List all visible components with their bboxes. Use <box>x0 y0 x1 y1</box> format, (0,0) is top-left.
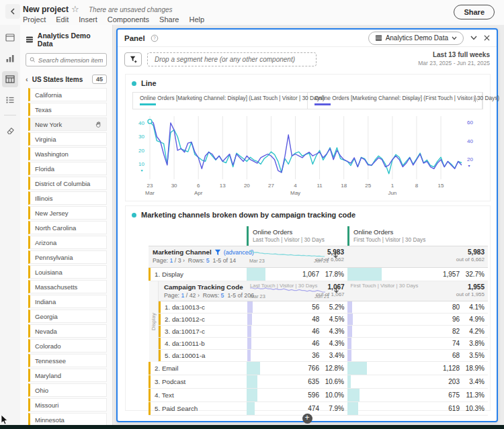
dimension-item-ohio[interactable]: Ohio <box>28 383 107 397</box>
row-label[interactable]: 2. Email <box>149 362 247 375</box>
dimension-item-louisiana[interactable]: Louisiana <box>28 265 107 279</box>
filter-funnel-icon[interactable] <box>214 249 221 256</box>
menu-share[interactable]: Share <box>159 15 179 23</box>
table-row-da-10012-c[interactable]: 2. da:10012-c484.5%964.9% <box>159 314 488 326</box>
dimension-search[interactable] <box>26 53 107 66</box>
components-icon[interactable] <box>2 92 18 108</box>
metric-cell[interactable]: 2033.4% <box>347 375 488 388</box>
menu-components[interactable]: Components <box>108 15 149 23</box>
dimension-item-massachusetts[interactable]: Massachusetts <box>28 280 107 293</box>
tables-icon[interactable] <box>2 71 18 87</box>
back-button[interactable] <box>5 4 20 19</box>
segment-filter-button[interactable] <box>124 52 142 66</box>
date-range-picker[interactable]: Last 13 full weeks Mar 23, 2025 - Jun 21… <box>418 51 490 66</box>
segment-drop-zone[interactable]: Drop a segment here (or any other compon… <box>147 52 317 66</box>
dimension-item-virginia[interactable]: Virginia <box>28 132 107 146</box>
nested-dimension-name[interactable]: Campaign Tracking Code <box>164 283 243 291</box>
panels-icon[interactable] <box>2 30 18 46</box>
table-row-podcast[interactable]: 3. Podcast63510.6%2033.4% <box>149 375 488 389</box>
metric-cell[interactable]: 1,95732.7% <box>347 268 488 281</box>
table-row-da-10001-a[interactable]: 5. da:10001-a363.4%683.5% <box>159 350 488 362</box>
metric-cell[interactable]: 464.3% <box>247 338 348 349</box>
table-row-email[interactable]: 2. Email76612.8%1,12818.9% <box>149 362 488 375</box>
metric-cell[interactable]: 743.8% <box>347 338 488 349</box>
dimension-item-district-of-columbia[interactable]: District of Columbia <box>28 177 107 190</box>
metric-cell[interactable]: 464.3% <box>247 326 348 337</box>
dimension-item-tennessee[interactable]: Tennessee <box>28 354 107 367</box>
svg-text:▾: ▾ <box>468 164 470 168</box>
menu-project[interactable]: Project <box>23 15 46 23</box>
legend-item-last-touch[interactable]: Online Orders [Marketing Channel: Displa… <box>133 93 308 109</box>
row-label[interactable]: 4. Text <box>149 389 247 401</box>
dimension-item-minnesota[interactable]: Minnesota <box>28 413 107 426</box>
row-label[interactable]: 5. da:10001-a <box>159 350 247 361</box>
legend-item-first-touch[interactable]: Online Orders [Marketing Channel: Displa… <box>308 93 482 109</box>
metric-cell[interactable]: 63510.6% <box>247 375 347 388</box>
dimension-item-texas[interactable]: Texas <box>28 103 107 116</box>
dimension-item-pennsylvania[interactable]: Pennsylvania <box>28 250 107 264</box>
dimension-item-colorado[interactable]: Colorado <box>28 339 107 352</box>
line-chart[interactable]: 23Mar306Apr1320274May1118251Jun815102030… <box>132 112 485 198</box>
dimension-item-label: Nevada <box>35 328 57 335</box>
dimension-item-missouri[interactable]: Missouri <box>28 398 107 412</box>
table-row-da-10013-c[interactable]: 1. da:10013-c565.2%804.1% <box>159 301 488 314</box>
dimension-item-nevada[interactable]: Nevada <box>28 324 107 338</box>
value-bar <box>347 389 360 401</box>
dataset-header[interactable]: Analytics Demo Data <box>20 25 112 53</box>
dimension-item-florida[interactable]: Florida <box>28 162 107 175</box>
dimension-item-arizona[interactable]: Arizona <box>28 236 107 249</box>
dimension-item-indiana[interactable]: Indiana <box>28 295 107 308</box>
dimension-item-new-york[interactable]: New York <box>28 117 107 131</box>
dimension-item-california[interactable]: California <box>28 88 107 101</box>
dimension-item-washington[interactable]: Washington <box>28 147 107 160</box>
row-label[interactable]: 3. Podcast <box>149 375 247 388</box>
metric-cell[interactable]: 67511.3% <box>347 389 488 401</box>
metric-cell[interactable]: 824.2% <box>347 326 488 337</box>
table-row-da-10017-c[interactable]: 3. da:10017-c464.3%824.2% <box>159 326 488 338</box>
share-button[interactable]: Share <box>454 5 495 19</box>
metric-column-header[interactable]: Online OrdersFirst Touch | Visitor | 30 … <box>347 226 488 246</box>
panel-dataset-dropdown[interactable]: Analytics Demo Data <box>368 32 464 45</box>
gear-icon[interactable] <box>472 95 479 103</box>
row-label[interactable]: 1. da:10013-c <box>159 301 247 313</box>
table-row-text[interactable]: 4. Text59610.0%67511.3% <box>149 389 488 402</box>
visualizations-icon[interactable] <box>2 50 18 66</box>
metric-cell[interactable]: 565.2% <box>247 301 348 313</box>
svg-text:8: 8 <box>415 183 419 189</box>
metric-cell[interactable]: 804.1% <box>347 301 488 313</box>
metric-cell[interactable]: 964.9% <box>347 314 488 325</box>
dimension-item-north-carolina[interactable]: North Carolina <box>28 221 107 234</box>
metric-cell[interactable]: 76612.8% <box>247 362 347 375</box>
dimension-item-maryland[interactable]: Maryland <box>28 369 107 382</box>
dimension-item-illinois[interactable]: Illinois <box>28 191 107 205</box>
row-label[interactable]: 1. Display <box>149 268 247 281</box>
table-row-display[interactable]: 1. Display1,06717.8%1,95732.7% <box>149 268 488 281</box>
pagination-controls[interactable]: Page: 1 / 3 › Rows: 5 1-5 of 14 <box>153 257 247 264</box>
dimension-item-new-jersey[interactable]: New Jersey <box>28 206 107 220</box>
metric-cell[interactable]: 683.5% <box>347 350 488 361</box>
metric-cell[interactable]: 484.5% <box>247 314 348 325</box>
dimension-name[interactable]: Marketing Channel <box>153 248 212 256</box>
metric-cell[interactable]: 1,12818.9% <box>347 362 488 375</box>
metric-column-header[interactable]: Online OrdersLast Touch | Visitor | 30 D… <box>247 226 347 246</box>
metric-cell[interactable]: 1,06717.8% <box>247 268 347 281</box>
favorite-star-icon[interactable]: ☆ <box>71 4 79 14</box>
row-label[interactable]: 3. da:10017-c <box>159 326 247 337</box>
collapse-back-icon[interactable]: ‹ <box>26 75 28 83</box>
table-row-da-10011-b[interactable]: 4. da:10011-b464.3%743.8% <box>159 338 488 350</box>
collapse-panel-icon[interactable] <box>470 36 477 40</box>
metric-cell[interactable]: 59610.0% <box>247 389 347 401</box>
pagination-controls[interactable]: Page: 1 / 42 › Rows: 5 1-5 of 206 <box>164 292 247 299</box>
menu-edit[interactable]: Edit <box>56 15 69 23</box>
menu-insert[interactable]: Insert <box>79 15 97 23</box>
dimension-item-georgia[interactable]: Georgia <box>28 309 107 323</box>
annotations-icon[interactable] <box>2 122 18 138</box>
add-visualization-button[interactable]: + <box>302 414 312 424</box>
search-input[interactable] <box>38 56 103 64</box>
menu-help[interactable]: Help <box>189 15 204 23</box>
close-panel-icon[interactable] <box>484 35 490 41</box>
row-label[interactable]: 2. da:10012-c <box>159 314 247 325</box>
row-label[interactable]: 4. da:10011-b <box>159 338 247 349</box>
help-icon[interactable]: ? <box>151 34 159 42</box>
metric-cell[interactable]: 363.4% <box>247 350 348 361</box>
